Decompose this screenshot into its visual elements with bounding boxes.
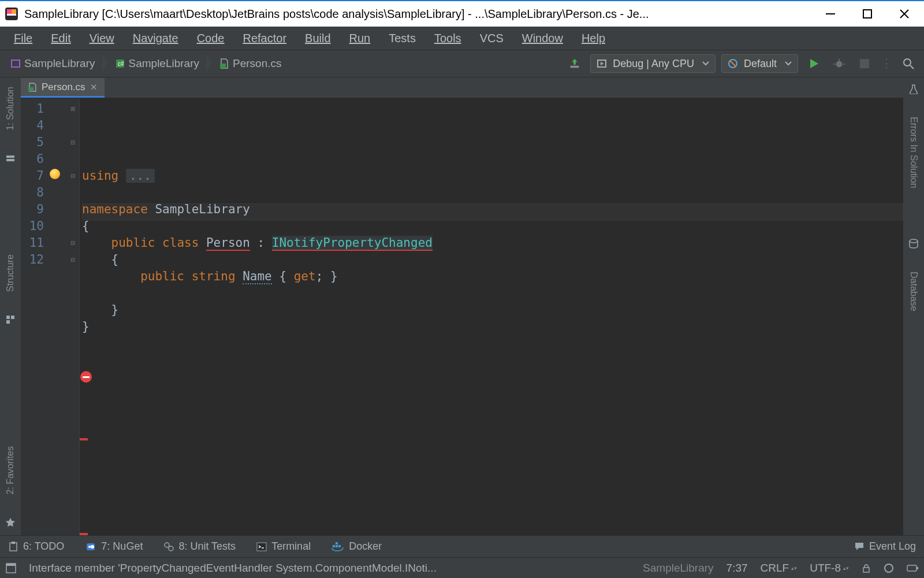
status-encoding[interactable]: UTF-8▴▾ xyxy=(810,562,849,575)
window-titlebar: SampleLibrary [C:\Users\maart\Desktop\Je… xyxy=(0,0,924,27)
status-context[interactable]: SampleLibrary xyxy=(643,562,714,575)
lock-icon[interactable] xyxy=(862,564,871,573)
tool-window-quick-access-icon[interactable] xyxy=(6,563,16,573)
favorites-star-icon[interactable] xyxy=(3,516,17,529)
run-button[interactable] xyxy=(804,54,824,73)
stop-button[interactable] xyxy=(855,54,874,73)
tool-event-log[interactable]: Event Log xyxy=(854,540,916,553)
chevron-down-icon xyxy=(785,60,792,67)
fold-collapse-icon[interactable]: ⊟ xyxy=(67,168,79,184)
window-minimize-button[interactable] xyxy=(824,7,837,21)
fold-end-icon[interactable]: ⊟ xyxy=(67,235,79,251)
error-marker[interactable] xyxy=(80,533,88,535)
menu-refactor[interactable]: Refactor xyxy=(234,29,295,47)
tab-close-icon[interactable]: ✕ xyxy=(90,82,98,92)
run-configuration-dropdown[interactable]: Debug | Any CPU xyxy=(590,54,716,73)
status-line-separator[interactable]: CRLF▴▾ xyxy=(761,562,798,575)
run-profile-dropdown[interactable]: Default xyxy=(721,54,798,73)
lightbulb-icon[interactable] xyxy=(50,169,60,179)
menu-bar: File Edit View Navigate Code Refactor Bu… xyxy=(0,27,924,50)
editor-tab-person[interactable]: Person.cs ✕ xyxy=(21,78,105,98)
breadcrumb-file[interactable]: Person.cs xyxy=(214,55,288,72)
svg-rect-37 xyxy=(257,543,266,551)
chevron-down-icon xyxy=(702,60,709,67)
menu-code[interactable]: Code xyxy=(189,29,233,47)
svg-rect-8 xyxy=(12,60,20,67)
svg-rect-44 xyxy=(6,564,16,566)
menu-run[interactable]: Run xyxy=(341,29,379,47)
svg-rect-42 xyxy=(336,542,338,544)
code-editor[interactable]: 1 4 5 6 7 8 9 10 11 12 ⊞ ⊟ ⊟ xyxy=(21,98,903,535)
svg-line-22 xyxy=(910,65,914,69)
menu-view[interactable]: View xyxy=(81,29,122,47)
svg-rect-20 xyxy=(860,59,869,68)
bottom-tool-bar: 6: TODO 7: NuGet 8: Unit Tests Terminal … xyxy=(0,535,924,557)
svg-point-46 xyxy=(885,564,893,572)
svg-point-29 xyxy=(910,239,918,243)
menu-tools[interactable]: Tools xyxy=(426,29,470,47)
breadcrumb-project[interactable]: c# SampleLibrary xyxy=(110,55,207,72)
tab-label: Person.cs xyxy=(42,81,85,93)
debug-button[interactable] xyxy=(829,54,849,73)
nuget-icon xyxy=(85,542,96,552)
fold-end-icon[interactable]: ⊟ xyxy=(67,251,79,268)
tool-database[interactable]: Database xyxy=(907,267,920,316)
collapsed-using-region[interactable]: ... xyxy=(126,169,155,183)
status-message: Interface member 'PropertyChangedEventHa… xyxy=(29,562,630,575)
clipboard-icon xyxy=(8,542,18,552)
search-everywhere-button[interactable] xyxy=(899,54,918,73)
menu-navigate[interactable]: Navigate xyxy=(125,29,187,47)
tool-favorites[interactable]: 2: Favorites xyxy=(4,442,17,499)
solution-explorer-icon[interactable] xyxy=(3,151,17,165)
svg-rect-25 xyxy=(6,316,10,319)
terminal-icon xyxy=(256,542,267,552)
line-number-gutter: 1 4 5 6 7 8 9 10 11 12 xyxy=(21,98,50,535)
svg-rect-28 xyxy=(28,87,33,91)
status-caret-position[interactable]: 7:37 xyxy=(726,562,748,575)
menu-tests[interactable]: Tests xyxy=(381,29,424,47)
memory-indicator-icon[interactable] xyxy=(907,564,918,573)
tool-errors[interactable]: Errors In Solution xyxy=(907,112,920,193)
fold-collapse-icon[interactable]: ⊟ xyxy=(67,134,79,151)
code-content[interactable]: using ... namespace SampleLibrary { publ… xyxy=(80,98,903,535)
app-icon xyxy=(3,6,20,22)
svg-rect-26 xyxy=(11,316,14,319)
tool-structure[interactable]: Structure xyxy=(4,250,17,297)
tool-unit-tests[interactable]: 8: Unit Tests xyxy=(163,540,236,553)
svg-rect-24 xyxy=(6,159,14,161)
inspection-profile-icon[interactable] xyxy=(884,563,894,573)
solution-icon xyxy=(10,58,21,69)
tool-nuget[interactable]: 7: NuGet xyxy=(85,540,143,553)
menu-edit[interactable]: Edit xyxy=(43,29,79,47)
menu-build[interactable]: Build xyxy=(297,29,338,47)
fold-expand-icon[interactable]: ⊞ xyxy=(67,101,79,117)
tool-terminal[interactable]: Terminal xyxy=(256,540,311,553)
database-icon[interactable] xyxy=(907,237,921,251)
structure-icon[interactable] xyxy=(3,313,17,327)
flask-icon[interactable] xyxy=(907,82,921,96)
tool-todo[interactable]: 6: TODO xyxy=(8,540,64,553)
menu-window[interactable]: Window xyxy=(514,29,571,47)
analysis-error-icon[interactable] xyxy=(80,371,92,383)
run-config-label: Debug | Any CPU xyxy=(613,58,694,70)
svg-rect-2 xyxy=(12,9,16,14)
breadcrumb-solution[interactable]: SampleLibrary xyxy=(6,55,102,72)
debug-config-icon xyxy=(597,58,607,69)
tool-solution[interactable]: 1: Solution xyxy=(4,82,17,135)
svg-rect-23 xyxy=(6,155,14,158)
status-bar: Interface member 'PropertyChangedEventHa… xyxy=(0,557,924,578)
separator: ⋮ xyxy=(880,56,893,71)
window-maximize-button[interactable] xyxy=(860,7,874,21)
error-marker[interactable] xyxy=(80,438,88,440)
build-icon[interactable] xyxy=(565,54,584,73)
breadcrumbs: SampleLibrary c# SampleLibrary Person.cs xyxy=(6,55,565,72)
tool-docker[interactable]: Docker xyxy=(331,540,382,553)
window-close-button[interactable] xyxy=(897,7,911,21)
svg-rect-31 xyxy=(12,542,15,544)
menu-vcs[interactable]: VCS xyxy=(472,29,512,47)
menu-file[interactable]: File xyxy=(6,29,40,47)
menu-help[interactable]: Help xyxy=(573,29,613,47)
svg-rect-48 xyxy=(916,567,918,569)
svg-text:c#: c# xyxy=(118,61,124,67)
docker-icon xyxy=(331,542,344,552)
